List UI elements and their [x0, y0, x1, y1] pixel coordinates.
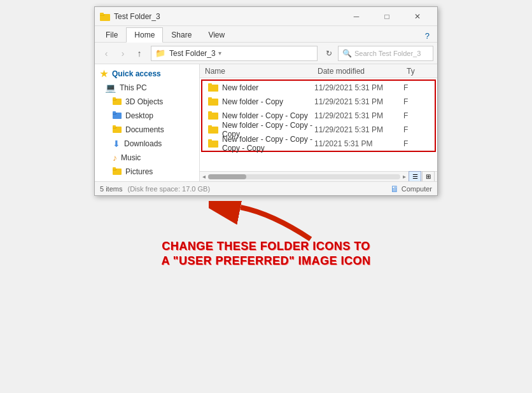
col-header-name[interactable]: Name — [205, 67, 318, 76]
sidebar-label-downloads: Downloads — [124, 139, 162, 148]
svg-rect-17 — [208, 85, 218, 92]
file-list-border-container: New folder 11/29/2021 5:31 PM F New fold… — [201, 79, 436, 152]
file-date-4: 11/2021 5:31 PM — [314, 139, 403, 148]
status-disk-space: (Disk free space: 17.0 GB) — [127, 185, 210, 193]
hscroll-left[interactable]: ◂ — [202, 173, 206, 180]
address-bar[interactable]: 📁 Test Folder_3 ▾ — [151, 46, 318, 61]
file-name-2: New folder - Copy - Copy — [222, 111, 314, 120]
search-bar[interactable]: 🔍 Search Test Folder_3 — [338, 46, 433, 61]
ribbon-tabs: File Home Share View ? — [95, 26, 437, 43]
sidebar-quick-access[interactable]: ★ Quick access — [95, 67, 199, 81]
file-type-1: F — [403, 97, 429, 106]
maximize-button[interactable]: □ — [372, 7, 402, 26]
file-type-4: F — [403, 139, 429, 148]
file-list: New folder 11/29/2021 5:31 PM F New fold… — [200, 78, 437, 171]
3dobjects-icon — [113, 97, 122, 107]
col-header-type[interactable]: Ty — [407, 67, 432, 76]
search-placeholder: Search Test Folder_3 — [354, 50, 421, 57]
svg-rect-19 — [208, 97, 212, 100]
annotation-line2: A "USER PREFERRED" IMAGE ICON — [162, 254, 371, 267]
window-icon — [100, 11, 110, 22]
help-button[interactable]: ? — [420, 30, 435, 42]
file-list-header: Name Date modified Ty — [200, 64, 437, 78]
tab-view[interactable]: View — [200, 27, 233, 42]
forward-button[interactable]: › — [115, 46, 130, 61]
sidebar-label-thispc: This PC — [120, 83, 147, 92]
annotation-text: CHANGE THESE FOLDER ICONS TO A "USER PRE… — [162, 239, 371, 269]
sidebar-item-downloads[interactable]: ⬇ Downloads — [95, 137, 199, 151]
sidebar-label-pictures: Pictures — [125, 167, 153, 176]
status-bar: 5 items (Disk free space: 17.0 GB) 🖥 Com… — [95, 181, 437, 195]
close-button[interactable]: ✕ — [403, 7, 432, 26]
table-row[interactable]: New folder 11/29/2021 5:31 PM F — [202, 81, 435, 95]
svg-rect-8 — [113, 111, 116, 114]
quick-access-label: Quick access — [112, 69, 161, 78]
svg-rect-14 — [113, 167, 116, 170]
address-dropdown-icon[interactable]: ▾ — [218, 50, 221, 57]
address-text: Test Folder_3 — [169, 49, 216, 58]
file-name-1: New folder - Copy — [222, 97, 314, 106]
sidebar-item-documents[interactable]: Documents — [95, 123, 199, 137]
svg-rect-5 — [113, 97, 116, 100]
file-name-0: New folder — [222, 83, 314, 92]
refresh-button[interactable]: ↻ — [321, 46, 337, 61]
file-type-0: F — [403, 83, 429, 92]
computer-icon: 🖥 — [390, 184, 399, 194]
view-icons-button[interactable]: ⊞ — [422, 171, 435, 182]
folder-icon-title — [100, 12, 110, 21]
desktop-icon — [113, 111, 122, 121]
file-date-2: 11/29/2021 5:31 PM — [314, 111, 403, 120]
sidebar-item-music[interactable]: ♪ Music — [95, 151, 199, 165]
sidebar-item-thispc[interactable]: 💻 This PC — [95, 81, 199, 95]
quick-access-icon: ★ — [100, 69, 108, 79]
status-location: Computer — [402, 185, 432, 193]
pictures-icon — [113, 167, 122, 177]
sidebar-label-3dobjects: 3D Objects — [125, 97, 163, 106]
folder-icon-4 — [208, 139, 218, 149]
sidebar-item-desktop[interactable]: Desktop — [95, 109, 199, 123]
tab-home[interactable]: Home — [126, 27, 163, 43]
address-folder-icon: 📁 — [155, 48, 165, 58]
hscroll-right[interactable]: ▸ — [403, 173, 406, 180]
documents-icon — [113, 125, 122, 135]
toolbar: ‹ › ↑ 📁 Test Folder_3 ▾ ↻ 🔍 Search Test … — [95, 43, 437, 64]
file-type-3: F — [403, 125, 429, 134]
table-row[interactable]: New folder - Copy - Copy - Copy - Copy 1… — [202, 137, 435, 151]
col-header-date[interactable]: Date modified — [318, 67, 407, 76]
file-date-3: 11/29/2021 5:31 PM — [314, 125, 403, 134]
sidebar-item-pictures[interactable]: Pictures — [95, 165, 199, 179]
sidebar-label-music: Music — [121, 153, 141, 162]
svg-rect-2 — [100, 13, 104, 15]
minimize-button[interactable]: ─ — [342, 7, 371, 26]
annotation-line1: CHANGE THESE FOLDER ICONS TO — [162, 240, 370, 252]
sidebar-label-documents: Documents — [125, 125, 164, 134]
horizontal-scrollbar[interactable]: ◂ ▸ ☰ ⊞ — [200, 171, 437, 181]
file-date-1: 11/29/2021 5:31 PM — [314, 97, 403, 106]
music-icon: ♪ — [113, 153, 117, 163]
title-bar: Test Folder_3 ─ □ ✕ — [95, 7, 437, 26]
file-type-2: F — [403, 111, 429, 120]
svg-rect-11 — [113, 125, 116, 128]
svg-rect-25 — [208, 139, 212, 142]
file-list-area: Name Date modified Ty — [200, 64, 437, 181]
folder-icon-1 — [208, 97, 218, 107]
sidebar-label-desktop: Desktop — [125, 111, 153, 120]
view-buttons: ☰ ⊞ — [409, 171, 435, 182]
table-row[interactable]: New folder - Copy 11/29/2021 5:31 PM F — [202, 95, 435, 109]
annotation-area: CHANGE THESE FOLDER ICONS TO A "USER PRE… — [94, 201, 438, 269]
hscroll-track[interactable] — [208, 174, 400, 179]
sidebar-item-3dobjects[interactable]: 3D Objects — [95, 95, 199, 109]
back-button[interactable]: ‹ — [99, 46, 114, 61]
thispc-icon: 💻 — [105, 83, 116, 93]
hscroll-thumb[interactable] — [208, 174, 246, 179]
status-items: 5 items — [100, 185, 122, 193]
sidebar: ★ Quick access 💻 This PC 3D Objects Desk… — [95, 64, 200, 181]
svg-rect-23 — [208, 125, 212, 128]
up-button[interactable]: ↑ — [132, 46, 147, 61]
file-explorer-window: Test Folder_3 ─ □ ✕ File Home Share View… — [94, 6, 438, 196]
folder-icon-3 — [208, 125, 218, 135]
tab-share[interactable]: Share — [163, 27, 200, 42]
tab-file[interactable]: File — [97, 27, 126, 42]
window-title: Test Folder_3 — [114, 12, 342, 21]
view-details-button[interactable]: ☰ — [409, 171, 421, 182]
